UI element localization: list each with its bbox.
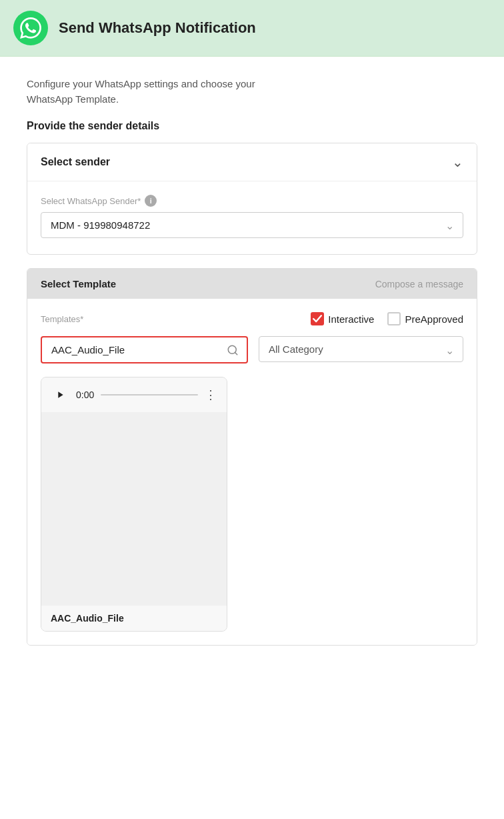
sender-card-title: Select sender bbox=[41, 156, 110, 168]
select-sender-card: Select sender ⌄ Select WhatsApp Sender* … bbox=[27, 143, 477, 255]
whatsapp-logo-icon bbox=[13, 11, 48, 45]
sender-field-label: Select WhatsApp Sender* i bbox=[41, 195, 463, 207]
interactive-checkbox-item[interactable]: Interactive bbox=[311, 312, 374, 325]
sender-select-wrapper: MDM - 919980948722 ⌄ bbox=[41, 212, 463, 238]
compose-message-link[interactable]: Compose a message bbox=[375, 279, 463, 289]
audio-card-footer: AAC_Audio_File bbox=[41, 606, 227, 631]
page-header: Send WhatsApp Notification bbox=[0, 0, 504, 57]
svg-line-1 bbox=[235, 352, 237, 354]
page-description: Configure your WhatsApp settings and cho… bbox=[27, 77, 477, 107]
audio-time: 0:00 bbox=[76, 389, 94, 400]
select-sender-card-header[interactable]: Select sender ⌄ bbox=[27, 143, 477, 181]
sender-select[interactable]: MDM - 919980948722 bbox=[41, 212, 463, 238]
preapproved-checkbox-item[interactable]: PreApproved bbox=[387, 312, 463, 325]
preapproved-label: PreApproved bbox=[405, 313, 463, 325]
category-select[interactable]: All Category bbox=[259, 336, 463, 362]
interactive-label: Interactive bbox=[328, 313, 374, 325]
template-card: Select Template Compose a message Templa… bbox=[27, 268, 477, 646]
template-filter-row: Templates* Interactive Pre bbox=[41, 312, 463, 325]
audio-filename: AAC_Audio_File bbox=[51, 613, 124, 624]
search-category-row: All Category ⌄ bbox=[41, 336, 463, 363]
audio-more-icon[interactable]: ⋮ bbox=[205, 389, 217, 401]
page-title: Send WhatsApp Notification bbox=[59, 19, 256, 37]
preapproved-checkbox-unchecked-icon bbox=[387, 312, 401, 325]
audio-thumbnail-area bbox=[41, 412, 227, 606]
search-icon[interactable] bbox=[219, 339, 247, 361]
templates-label: Templates* bbox=[41, 314, 83, 324]
chevron-down-icon: ⌄ bbox=[452, 154, 463, 170]
template-search-input[interactable] bbox=[42, 337, 219, 362]
main-content: Configure your WhatsApp settings and cho… bbox=[0, 57, 504, 819]
audio-player-bar: 0:00 ⋮ bbox=[41, 377, 227, 412]
info-icon[interactable]: i bbox=[145, 195, 157, 207]
interactive-checkbox-checked-icon bbox=[311, 312, 324, 325]
audio-template-card: 0:00 ⋮ AAC_Audio_File bbox=[41, 377, 227, 632]
template-card-title: Select Template bbox=[41, 278, 116, 289]
audio-progress-bar[interactable] bbox=[101, 394, 198, 395]
play-button[interactable] bbox=[51, 385, 69, 404]
template-card-header: Select Template Compose a message bbox=[27, 269, 477, 299]
sender-section-title: Provide the sender details bbox=[27, 120, 477, 132]
template-card-body: Templates* Interactive Pre bbox=[27, 299, 477, 645]
template-filter-checkboxes: Interactive PreApproved bbox=[311, 312, 463, 325]
sender-card-body: Select WhatsApp Sender* i MDM - 91998094… bbox=[27, 181, 477, 254]
category-select-wrapper: All Category ⌄ bbox=[259, 336, 463, 363]
template-search-wrapper bbox=[41, 336, 248, 363]
